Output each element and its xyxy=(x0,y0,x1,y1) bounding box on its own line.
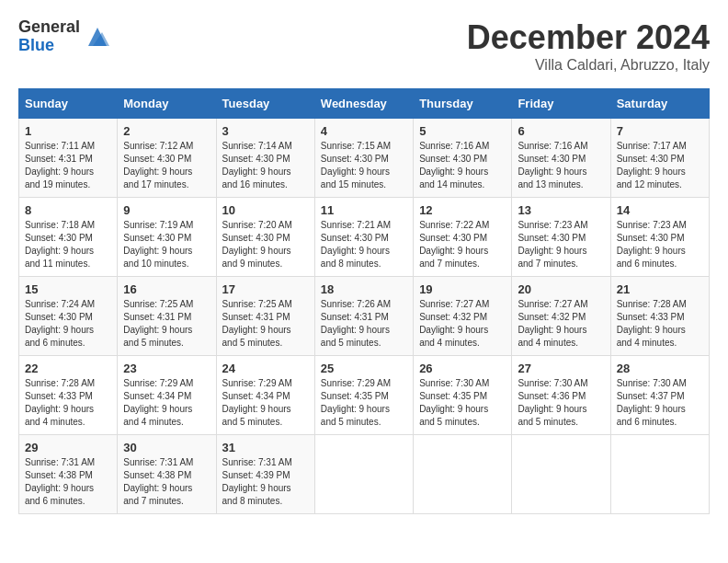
day-info: Sunrise: 7:14 AM Sunset: 4:30 PM Dayligh… xyxy=(222,140,309,191)
day-info: Sunrise: 7:30 AM Sunset: 4:36 PM Dayligh… xyxy=(518,377,604,429)
calendar-cell: 11 Sunrise: 7:21 AM Sunset: 4:30 PM Dayl… xyxy=(314,198,413,277)
calendar-cell: 24 Sunrise: 7:29 AM Sunset: 4:34 PM Dayl… xyxy=(216,356,314,435)
calendar: SundayMondayTuesdayWednesdayThursdayFrid… xyxy=(18,88,710,514)
calendar-cell: 27 Sunrise: 7:30 AM Sunset: 4:36 PM Dayl… xyxy=(512,356,610,435)
day-info: Sunrise: 7:17 AM Sunset: 4:30 PM Dayligh… xyxy=(617,140,703,191)
day-number: 16 xyxy=(123,282,210,296)
calendar-cell: 31 Sunrise: 7:31 AM Sunset: 4:39 PM Dayl… xyxy=(216,435,314,514)
day-info: Sunrise: 7:18 AM Sunset: 4:30 PM Dayligh… xyxy=(25,219,111,270)
month-title: December 2024 xyxy=(467,18,710,57)
calendar-header-row: SundayMondayTuesdayWednesdayThursdayFrid… xyxy=(19,89,710,119)
calendar-cell: 9 Sunrise: 7:19 AM Sunset: 4:30 PM Dayli… xyxy=(118,198,216,277)
day-number: 2 xyxy=(123,124,210,138)
calendar-cell: 7 Sunrise: 7:17 AM Sunset: 4:30 PM Dayli… xyxy=(610,119,709,198)
day-info: Sunrise: 7:24 AM Sunset: 4:30 PM Dayligh… xyxy=(25,298,111,350)
day-info: Sunrise: 7:29 AM Sunset: 4:34 PM Dayligh… xyxy=(222,377,309,429)
calendar-cell: 1 Sunrise: 7:11 AM Sunset: 4:31 PM Dayli… xyxy=(19,119,118,198)
calendar-cell: 3 Sunrise: 7:14 AM Sunset: 4:30 PM Dayli… xyxy=(216,119,314,198)
calendar-cell xyxy=(314,435,413,514)
calendar-week-row: 15 Sunrise: 7:24 AM Sunset: 4:30 PM Dayl… xyxy=(19,277,710,356)
calendar-cell: 8 Sunrise: 7:18 AM Sunset: 4:30 PM Dayli… xyxy=(19,198,118,277)
calendar-cell: 28 Sunrise: 7:30 AM Sunset: 4:37 PM Dayl… xyxy=(610,356,709,435)
day-number: 23 xyxy=(123,362,210,375)
day-info: Sunrise: 7:25 AM Sunset: 4:31 PM Dayligh… xyxy=(123,298,210,350)
calendar-cell: 6 Sunrise: 7:16 AM Sunset: 4:30 PM Dayli… xyxy=(512,119,610,198)
day-info: Sunrise: 7:28 AM Sunset: 4:33 PM Dayligh… xyxy=(25,377,111,429)
calendar-cell: 13 Sunrise: 7:23 AM Sunset: 4:30 PM Dayl… xyxy=(512,198,610,277)
calendar-week-row: 29 Sunrise: 7:31 AM Sunset: 4:38 PM Dayl… xyxy=(19,435,710,514)
day-number: 18 xyxy=(321,282,407,296)
day-number: 25 xyxy=(321,362,407,375)
calendar-cell: 21 Sunrise: 7:28 AM Sunset: 4:33 PM Dayl… xyxy=(610,277,709,356)
day-header-thursday: Thursday xyxy=(414,89,512,119)
day-info: Sunrise: 7:29 AM Sunset: 4:34 PM Dayligh… xyxy=(123,377,210,429)
day-header-monday: Monday xyxy=(118,89,216,119)
day-info: Sunrise: 7:26 AM Sunset: 4:31 PM Dayligh… xyxy=(321,298,407,350)
day-info: Sunrise: 7:31 AM Sunset: 4:38 PM Dayligh… xyxy=(123,456,210,508)
day-info: Sunrise: 7:12 AM Sunset: 4:30 PM Dayligh… xyxy=(123,140,210,191)
day-info: Sunrise: 7:15 AM Sunset: 4:30 PM Dayligh… xyxy=(321,140,407,191)
header: General Blue December 2024 Villa Caldari… xyxy=(18,18,710,74)
day-info: Sunrise: 7:19 AM Sunset: 4:30 PM Dayligh… xyxy=(123,219,210,270)
day-number: 14 xyxy=(617,203,703,217)
calendar-cell xyxy=(610,435,709,514)
day-number: 15 xyxy=(25,282,111,296)
day-header-saturday: Saturday xyxy=(610,89,709,119)
day-header-tuesday: Tuesday xyxy=(216,89,314,119)
day-info: Sunrise: 7:23 AM Sunset: 4:30 PM Dayligh… xyxy=(617,219,703,270)
day-number: 6 xyxy=(518,124,604,138)
calendar-cell xyxy=(414,435,512,514)
calendar-week-row: 8 Sunrise: 7:18 AM Sunset: 4:30 PM Dayli… xyxy=(19,198,710,277)
calendar-cell: 18 Sunrise: 7:26 AM Sunset: 4:31 PM Dayl… xyxy=(314,277,413,356)
calendar-cell: 14 Sunrise: 7:23 AM Sunset: 4:30 PM Dayl… xyxy=(610,198,709,277)
location-title: Villa Caldari, Abruzzo, Italy xyxy=(467,57,710,74)
calendar-cell: 29 Sunrise: 7:31 AM Sunset: 4:38 PM Dayl… xyxy=(19,435,118,514)
calendar-cell: 12 Sunrise: 7:22 AM Sunset: 4:30 PM Dayl… xyxy=(414,198,512,277)
day-number: 9 xyxy=(123,203,210,217)
day-number: 7 xyxy=(617,124,703,138)
day-info: Sunrise: 7:16 AM Sunset: 4:30 PM Dayligh… xyxy=(518,140,604,191)
day-number: 10 xyxy=(222,203,309,217)
day-info: Sunrise: 7:27 AM Sunset: 4:32 PM Dayligh… xyxy=(518,298,604,350)
day-info: Sunrise: 7:22 AM Sunset: 4:30 PM Dayligh… xyxy=(419,219,506,270)
day-info: Sunrise: 7:31 AM Sunset: 4:39 PM Dayligh… xyxy=(222,456,309,508)
calendar-cell: 10 Sunrise: 7:20 AM Sunset: 4:30 PM Dayl… xyxy=(216,198,314,277)
day-header-sunday: Sunday xyxy=(19,89,118,119)
day-info: Sunrise: 7:11 AM Sunset: 4:31 PM Dayligh… xyxy=(25,140,111,191)
day-info: Sunrise: 7:31 AM Sunset: 4:38 PM Dayligh… xyxy=(25,456,111,508)
day-info: Sunrise: 7:23 AM Sunset: 4:30 PM Dayligh… xyxy=(518,219,604,270)
day-number: 28 xyxy=(617,362,703,375)
calendar-cell: 30 Sunrise: 7:31 AM Sunset: 4:38 PM Dayl… xyxy=(118,435,216,514)
calendar-cell: 5 Sunrise: 7:16 AM Sunset: 4:30 PM Dayli… xyxy=(414,119,512,198)
calendar-cell: 4 Sunrise: 7:15 AM Sunset: 4:30 PM Dayli… xyxy=(314,119,413,198)
calendar-cell: 23 Sunrise: 7:29 AM Sunset: 4:34 PM Dayl… xyxy=(118,356,216,435)
calendar-cell: 19 Sunrise: 7:27 AM Sunset: 4:32 PM Dayl… xyxy=(414,277,512,356)
day-number: 31 xyxy=(222,441,309,454)
day-info: Sunrise: 7:28 AM Sunset: 4:33 PM Dayligh… xyxy=(617,298,703,350)
calendar-cell: 17 Sunrise: 7:25 AM Sunset: 4:31 PM Dayl… xyxy=(216,277,314,356)
calendar-week-row: 1 Sunrise: 7:11 AM Sunset: 4:31 PM Dayli… xyxy=(19,119,710,198)
day-number: 21 xyxy=(617,282,703,296)
day-info: Sunrise: 7:30 AM Sunset: 4:37 PM Dayligh… xyxy=(617,377,703,429)
day-header-wednesday: Wednesday xyxy=(314,89,413,119)
logo-icon xyxy=(84,23,111,51)
day-info: Sunrise: 7:16 AM Sunset: 4:30 PM Dayligh… xyxy=(419,140,506,191)
calendar-cell: 26 Sunrise: 7:30 AM Sunset: 4:35 PM Dayl… xyxy=(414,356,512,435)
day-info: Sunrise: 7:25 AM Sunset: 4:31 PM Dayligh… xyxy=(222,298,309,350)
day-number: 5 xyxy=(419,124,506,138)
day-number: 26 xyxy=(419,362,506,375)
day-info: Sunrise: 7:27 AM Sunset: 4:32 PM Dayligh… xyxy=(419,298,506,350)
logo-blue-text: Blue xyxy=(18,37,80,55)
title-section: December 2024 Villa Caldari, Abruzzo, It… xyxy=(467,18,710,74)
day-info: Sunrise: 7:20 AM Sunset: 4:30 PM Dayligh… xyxy=(222,219,309,270)
day-header-friday: Friday xyxy=(512,89,610,119)
calendar-week-row: 22 Sunrise: 7:28 AM Sunset: 4:33 PM Dayl… xyxy=(19,356,710,435)
day-info: Sunrise: 7:30 AM Sunset: 4:35 PM Dayligh… xyxy=(419,377,506,429)
day-number: 11 xyxy=(321,203,407,217)
logo-general-text: General xyxy=(18,18,80,37)
day-number: 29 xyxy=(25,441,111,454)
calendar-cell: 2 Sunrise: 7:12 AM Sunset: 4:30 PM Dayli… xyxy=(118,119,216,198)
day-info: Sunrise: 7:29 AM Sunset: 4:35 PM Dayligh… xyxy=(321,377,407,429)
day-number: 8 xyxy=(25,203,111,217)
day-number: 3 xyxy=(222,124,309,138)
